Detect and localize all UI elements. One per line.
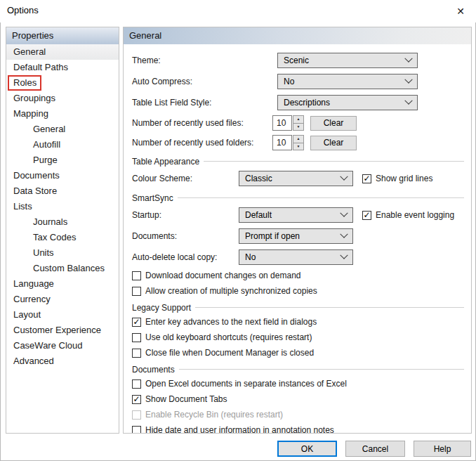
spinner-down-icon[interactable]: ▼ <box>293 124 304 131</box>
sidebar-item-label: CaseWare Cloud <box>13 340 83 351</box>
checkbox-label: Download document changes on demand <box>145 271 300 280</box>
dropdown-selected-value: Scenic <box>284 56 309 65</box>
field-label: Startup: <box>132 210 239 220</box>
checked-checkbox-icon[interactable]: ✓ <box>362 174 371 183</box>
checkbox-label: Show Document Tabs <box>145 394 227 404</box>
sidebar-item-currency[interactable]: Currency <box>6 292 119 307</box>
checkbox-show-grid-lines[interactable]: ✓Show grid lines <box>362 174 432 183</box>
dropdown-theme[interactable]: Scenic <box>277 53 418 68</box>
spinner-value-input[interactable]: 10 <box>272 115 292 131</box>
sidebar-item-label: Tax Codes <box>33 232 76 242</box>
checkbox-row: Close file when Document Manager is clos… <box>132 345 465 361</box>
cancel-button[interactable]: Cancel <box>345 441 405 457</box>
group-header-table-appearance: Table Appearance <box>132 155 465 168</box>
chevron-down-icon <box>340 173 348 181</box>
window-title: Options <box>7 5 39 15</box>
checkbox-use-old-keyboard-shortcuts-requires-rest[interactable]: Use old keyboard shortcuts (requires res… <box>132 332 312 342</box>
sidebar-item-tax-codes[interactable]: Tax Codes <box>6 230 119 245</box>
dropdown-auto-delete-local-copy[interactable]: No <box>239 249 353 265</box>
dropdown-table-list-field-style[interactable]: Descriptions <box>277 95 418 110</box>
field-label: Number of recently used folders: <box>132 138 272 148</box>
unchecked-checkbox-icon[interactable] <box>132 379 141 389</box>
sidebar-item-language[interactable]: Language <box>6 276 119 292</box>
checkbox-row: ✓Enter key advances to the next field in… <box>132 314 465 330</box>
sidebar-item-groupings[interactable]: Groupings <box>6 91 119 106</box>
ok-button[interactable]: OK <box>277 441 337 457</box>
sidebar-item-journals[interactable]: Journals <box>6 214 119 230</box>
sidebar-item-custom-balances[interactable]: Custom Balances <box>6 261 119 276</box>
group-header-label: SmartSync <box>132 193 173 203</box>
unchecked-checkbox-icon[interactable] <box>132 271 141 280</box>
sidebar-item-customer-experience[interactable]: Customer Experience <box>6 323 119 338</box>
chevron-down-icon <box>340 252 348 259</box>
check-icon: ✓ <box>133 318 140 326</box>
checkbox-enable-event-logging[interactable]: ✓Enable event logging <box>362 210 454 220</box>
dropdown-selected-value: Prompt if open <box>245 231 300 241</box>
sidebar-item-lists[interactable]: Lists <box>6 199 119 214</box>
checkbox-open-excel-documents-in-separate-instanc[interactable]: Open Excel documents in separate instanc… <box>132 379 347 389</box>
sidebar-item-label: Default Paths <box>13 62 68 72</box>
sidebar-item-label: Currency <box>13 294 51 304</box>
group-divider <box>179 369 464 370</box>
checked-checkbox-icon[interactable]: ✓ <box>132 395 141 404</box>
sidebar-item-roles[interactable]: Roles <box>6 75 119 91</box>
checkbox-row: Enable Recycle Bin (requires restart) <box>132 407 465 422</box>
dropdown-startup[interactable]: Default <box>239 207 353 223</box>
sidebar-item-units[interactable]: Units <box>6 245 119 261</box>
unchecked-checkbox-icon[interactable] <box>132 349 141 358</box>
spinner-up-icon[interactable]: ▲ <box>293 135 304 143</box>
checked-checkbox-icon[interactable]: ✓ <box>132 318 141 327</box>
unchecked-checkbox-icon[interactable] <box>132 426 141 434</box>
spinner-value-input[interactable]: 10 <box>272 135 292 150</box>
sidebar-item-label: Mapping <box>13 108 48 119</box>
spinner-up-icon[interactable]: ▲ <box>293 115 304 124</box>
sidebar-item-autofill[interactable]: Autofill <box>6 137 119 152</box>
sidebar-item-label: Groupings <box>13 93 55 103</box>
checkbox-enter-key-advances-to-the-next-field-in-[interactable]: ✓Enter key advances to the next field in… <box>132 317 317 327</box>
field-label: Auto Compress: <box>132 77 277 86</box>
clear-button[interactable]: Clear <box>310 116 357 131</box>
clear-button[interactable]: Clear <box>310 136 357 150</box>
sidebar-item-mapping[interactable]: Mapping <box>6 106 119 122</box>
sidebar-item-general[interactable]: General <box>6 122 119 137</box>
field-row: Startup:Default✓Enable event logging <box>132 204 465 226</box>
checked-checkbox-icon[interactable]: ✓ <box>362 211 371 220</box>
unchecked-checkbox-icon[interactable] <box>132 287 141 296</box>
dropdown-documents[interactable]: Prompt if open <box>239 228 353 244</box>
sidebar-item-purge[interactable]: Purge <box>6 152 119 168</box>
sidebar-item-documents[interactable]: Documents <box>6 168 119 183</box>
help-button[interactable]: Help <box>414 441 471 457</box>
spinner-down-icon[interactable]: ▼ <box>293 143 304 151</box>
checkbox-download-document-changes-on-demand[interactable]: Download document changes on demand <box>132 271 300 280</box>
sidebar-item-default-paths[interactable]: Default Paths <box>6 60 119 75</box>
close-icon[interactable]: ✕ <box>452 3 469 20</box>
field-row: Number of recently used files:10▲▼Clear <box>132 113 465 133</box>
dropdown-auto-compress[interactable]: No <box>277 74 418 89</box>
checkbox-hide-date-and-user-information-in-annota[interactable]: Hide date and user information in annota… <box>132 425 334 434</box>
chevron-down-icon <box>404 55 412 63</box>
group-header-documents: Documents <box>132 363 465 376</box>
dropdown-selected-value: Default <box>245 210 272 220</box>
checkbox-allow-creation-of-multiple-synchronized-[interactable]: Allow creation of multiple synchronized … <box>132 286 317 296</box>
checkbox-row: Allow creation of multiple synchronized … <box>132 283 465 299</box>
checkbox-close-file-when-document-manager-is-clos[interactable]: Close file when Document Manager is clos… <box>132 348 314 358</box>
dropdown-selected-value: No <box>245 252 256 262</box>
dropdown-selected-value: Classic <box>245 174 272 183</box>
sidebar-item-layout[interactable]: Layout <box>6 307 119 323</box>
sidebar-item-caseware-cloud[interactable]: CaseWare Cloud <box>6 338 119 353</box>
sidebar-item-data-store[interactable]: Data Store <box>6 183 119 199</box>
field-label: Theme: <box>132 56 277 65</box>
checkbox-label: Allow creation of multiple synchronized … <box>145 286 317 296</box>
sidebar-item-advanced[interactable]: Advanced <box>6 353 119 369</box>
unchecked-checkbox-icon[interactable] <box>132 333 141 342</box>
checkbox-label: Enable Recycle Bin (requires restart) <box>145 410 283 420</box>
checkbox-label: Show grid lines <box>376 174 432 183</box>
field-row: Theme:Scenic <box>132 50 465 71</box>
checkbox-label: Close file when Document Manager is clos… <box>145 348 314 358</box>
dropdown-colour-scheme[interactable]: Classic <box>239 171 353 186</box>
checkbox-show-document-tabs[interactable]: ✓Show Document Tabs <box>132 394 227 404</box>
options-dialog: { "window": { "title": "Options", "close… <box>0 0 476 461</box>
sidebar-item-label: Data Store <box>13 186 57 196</box>
checkbox-label: Open Excel documents in separate instanc… <box>145 379 347 389</box>
sidebar-item-general[interactable]: General <box>6 44 119 60</box>
